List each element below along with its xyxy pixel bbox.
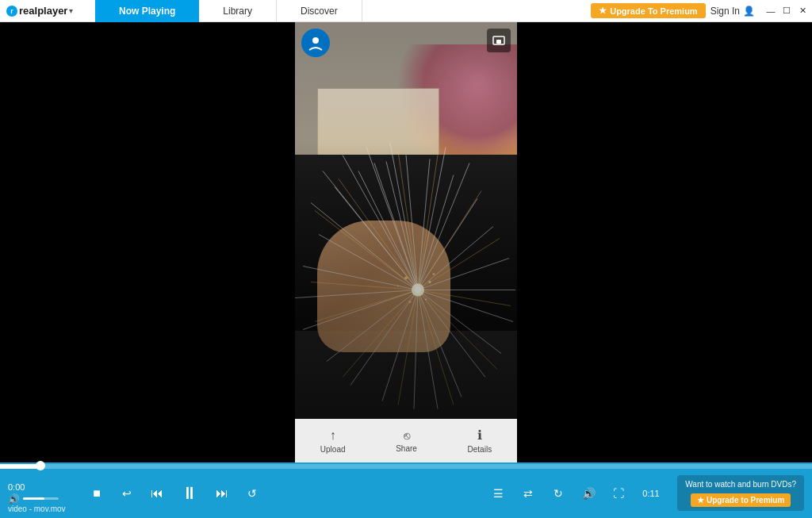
progress-fill [0, 464, 40, 469]
volume-fill [23, 497, 44, 500]
svg-line-13 [418, 290, 462, 397]
svg-line-39 [418, 290, 511, 306]
svg-point-48 [409, 301, 412, 303]
progress-thumb [36, 461, 45, 470]
details-label: Details [468, 445, 492, 454]
volume-area[interactable]: 🔊 [8, 493, 71, 505]
sparkler-visual [295, 22, 517, 462]
tab-discover[interactable]: Discover [277, 0, 362, 22]
svg-line-37 [418, 290, 454, 405]
svg-line-18 [418, 259, 509, 290]
svg-line-5 [303, 267, 418, 290]
cast-icon [492, 33, 506, 48]
player-controls-row: 0:00 🔊 ■ ↩ ⏮ ⏸ ⏭ ↺ ☰ ⇄ ↻ 🔊 ⛶ [0, 469, 812, 518]
time-volume-area: 0:00 🔊 [8, 482, 71, 505]
logo-dropdown-icon[interactable]: ▾ [69, 6, 73, 15]
svg-line-10 [382, 290, 418, 401]
svg-point-50 [397, 286, 399, 287]
share-label: Share [396, 444, 417, 453]
upgrade-dvd-block: Want to watch and burn DVDs? ★ Upgrade t… [677, 475, 804, 511]
progress-bar[interactable] [0, 464, 812, 469]
player-bar: 0:00 🔊 ■ ↩ ⏮ ⏸ ⏭ ↺ ☰ ⇄ ↻ 🔊 ⛶ [0, 462, 812, 518]
stop-button[interactable]: ■ [86, 482, 108, 505]
upload-action[interactable]: ↑ Upload [320, 428, 346, 454]
signin-button[interactable]: Sign In 👤 [710, 6, 755, 17]
app-header: r realplayer ▾ Now Playing Library Disco… [0, 0, 812, 22]
svg-line-6 [295, 290, 418, 298]
end-time: 0:11 [642, 489, 659, 498]
svg-line-30 [418, 163, 469, 290]
main-content: ↑ Upload ⎋ Share ℹ Details [0, 22, 812, 462]
nav-tabs: Now Playing Library Discover [95, 0, 591, 22]
details-action[interactable]: ℹ Details [468, 428, 492, 454]
maximize-button[interactable]: ☐ [780, 5, 793, 17]
svg-point-51 [433, 273, 435, 275]
svg-line-38 [418, 290, 497, 370]
volume2-button[interactable]: 🔊 [577, 482, 599, 505]
tab-now-playing[interactable]: Now Playing [95, 0, 199, 22]
logo-icon: r [6, 6, 17, 17]
video-frame: ↑ Upload ⎋ Share ℹ Details [295, 22, 517, 462]
repeat-button[interactable]: ↺ [241, 482, 263, 505]
fullscreen-button[interactable]: ⛶ [607, 482, 630, 505]
share-icon: ⎋ [404, 429, 410, 442]
svg-line-33 [311, 282, 418, 290]
video-overlay-top [295, 29, 517, 57]
upgrade-premium-button[interactable]: ★ Upgrade To Premium [591, 3, 705, 18]
shuffle-button[interactable]: ⇄ [517, 482, 539, 505]
svg-line-8 [327, 290, 418, 362]
upload-icon: ↑ [330, 428, 336, 443]
close-button[interactable]: ✕ [796, 5, 809, 17]
svg-line-31 [315, 211, 418, 290]
left-black-panel [0, 22, 295, 462]
svg-point-49 [425, 299, 427, 301]
upgrade-btn-label: Upgrade To Premium [610, 6, 697, 16]
signin-label: Sign In [710, 6, 740, 17]
volume-icon: 🔊 [8, 493, 20, 505]
video-container[interactable]: ↑ Upload ⎋ Share ℹ Details [295, 22, 517, 462]
share-action[interactable]: ⎋ Share [396, 429, 417, 453]
volume-bar[interactable] [23, 497, 59, 500]
end-time-area: 0:11 [642, 489, 665, 498]
svg-line-26 [343, 155, 418, 290]
svg-rect-54 [496, 40, 501, 44]
loop-button[interactable]: ↻ [547, 482, 569, 505]
tab-library[interactable]: Library [199, 0, 277, 22]
svg-line-32 [339, 179, 418, 290]
upgrade-btn-player-label: Upgrade to Premium [707, 496, 784, 505]
extra-controls: ☰ ⇄ ↻ 🔊 ⛶ [487, 482, 630, 505]
svg-line-9 [350, 290, 418, 386]
profile-button[interactable] [301, 29, 330, 57]
profile-icon [307, 34, 324, 52]
svg-point-52 [312, 37, 319, 44]
svg-line-11 [414, 290, 418, 409]
details-icon: ℹ [477, 428, 482, 443]
svg-line-16 [418, 290, 513, 322]
svg-line-28 [390, 144, 418, 290]
svg-line-4 [319, 235, 418, 290]
upload-label: Upload [320, 445, 346, 454]
svg-point-46 [404, 277, 408, 280]
svg-point-45 [415, 287, 421, 294]
playback-controls: ■ ↩ ⏮ ⏸ ⏭ ↺ [86, 480, 263, 507]
upgrade-premium-player-button[interactable]: ★ Upgrade to Premium [691, 493, 791, 507]
next-button[interactable]: ⏭ [211, 482, 233, 505]
file-name: video - mov.mov [8, 505, 66, 513]
logo-area[interactable]: r realplayer ▾ [0, 5, 95, 17]
cast-button[interactable] [487, 29, 511, 52]
svg-line-34 [315, 290, 418, 322]
play-pause-button[interactable]: ⏸ [176, 480, 203, 507]
svg-line-19 [418, 227, 493, 290]
minimize-button[interactable]: — [764, 5, 777, 17]
header-right: ★ Upgrade To Premium Sign In 👤 — ☐ ✕ [591, 3, 812, 18]
prev-button[interactable]: ⏮ [146, 482, 168, 505]
star-icon-player: ★ [697, 496, 704, 505]
rewind10-button[interactable]: ↩ [116, 482, 138, 505]
svg-line-27 [366, 148, 418, 290]
right-controls: ☰ ⇄ ↻ 🔊 ⛶ 0:11 Want to watch and burn DV… [487, 475, 804, 511]
app-logo-text: realplayer [19, 5, 67, 17]
playlist-button[interactable]: ☰ [487, 482, 509, 505]
current-time: 0:00 [8, 482, 71, 492]
star-icon: ★ [599, 6, 607, 16]
svg-line-12 [418, 290, 438, 409]
